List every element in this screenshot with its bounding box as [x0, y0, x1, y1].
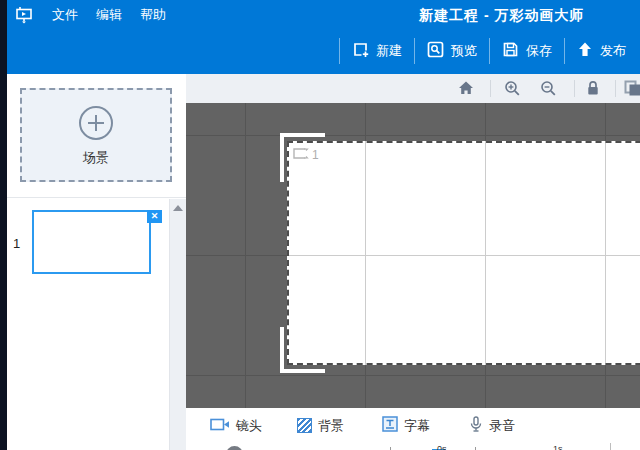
scroll-up-icon[interactable] [173, 205, 183, 211]
camera-viewport-icon [293, 148, 309, 162]
save-icon [502, 41, 519, 61]
canvas-panel: 1 镜头 背景 [186, 74, 640, 450]
microphone-icon [469, 416, 483, 436]
background-hatch-icon [297, 418, 312, 433]
canvas-toolbar-separator [574, 80, 575, 97]
scene-list: 1 ✕ [7, 199, 169, 450]
scene-sidebar: 场景 1 ✕ [7, 74, 186, 450]
background-tool-button[interactable]: 背景 [297, 408, 344, 443]
copy-icon[interactable] [624, 80, 640, 100]
preview-icon [427, 41, 444, 61]
main-toolbar: 新建 预览 [7, 28, 640, 74]
preview-label: 预览 [451, 42, 477, 60]
save-button[interactable]: 保存 [490, 28, 564, 74]
stage[interactable]: 1 [287, 141, 640, 365]
background-tool-label: 背景 [318, 417, 344, 435]
canvas-toolbar-separator [490, 80, 491, 97]
publish-label: 发布 [600, 42, 626, 60]
canvas-toolbar-separator [615, 80, 616, 97]
title-bar: 文件 编辑 帮助 新建工程 - 万彩动画大师 新建 [7, 0, 640, 74]
timeline-tick-label: 0s [437, 444, 447, 450]
new-document-icon [352, 41, 369, 61]
scene-thumbnail[interactable]: ✕ [32, 210, 151, 274]
timeline-camera-button[interactable] [226, 446, 243, 450]
zoom-out-icon[interactable] [540, 80, 557, 101]
bottom-toolbar: 镜头 背景 字幕 [186, 408, 640, 443]
subtitle-icon [382, 416, 398, 435]
zoom-in-icon[interactable] [504, 80, 521, 101]
app-logo-icon [15, 6, 33, 24]
camera-tool-label: 镜头 [236, 417, 262, 435]
menu-bar: 文件 编辑 帮助 [15, 3, 175, 27]
lock-icon[interactable] [586, 80, 600, 100]
record-tool-label: 录音 [489, 417, 515, 435]
new-project-label: 新建 [376, 42, 402, 60]
timeline-divider [610, 443, 611, 450]
canvas-toolbar [186, 74, 640, 103]
subtitle-tool-label: 字幕 [404, 417, 430, 435]
save-label: 保存 [526, 42, 552, 60]
new-project-button[interactable]: 新建 [340, 28, 414, 74]
subtitle-tool-button[interactable]: 字幕 [382, 408, 430, 443]
timeline-tick-label: 1s [553, 444, 563, 450]
close-icon[interactable]: ✕ [147, 210, 162, 223]
scene-number: 1 [13, 236, 20, 251]
record-tool-button[interactable]: 录音 [469, 408, 515, 443]
menu-edit[interactable]: 编辑 [87, 3, 131, 27]
camera-tool-button[interactable]: 镜头 [210, 408, 262, 443]
scene-add-zone: 场景 [7, 74, 186, 198]
publish-arrow-icon [577, 41, 593, 61]
camera-icon [210, 417, 230, 435]
preview-button[interactable]: 预览 [415, 28, 489, 74]
menu-help[interactable]: 帮助 [131, 3, 175, 27]
menu-file[interactable]: 文件 [43, 3, 87, 27]
publish-button[interactable]: 发布 [565, 28, 638, 74]
canvas-workspace[interactable]: 1 [186, 103, 640, 408]
scene-list-scrollbar[interactable] [169, 199, 186, 450]
add-scene-button[interactable]: 场景 [20, 88, 172, 182]
app-window: 文件 编辑 帮助 新建工程 - 万彩动画大师 新建 [7, 0, 640, 450]
timeline-ruler[interactable]: 0s 1s [186, 443, 640, 450]
window-title: 新建工程 - 万彩动画大师 [419, 7, 584, 25]
camera-number: 1 [312, 148, 319, 162]
camera-badge: 1 [293, 148, 319, 162]
add-scene-label: 场景 [83, 149, 109, 167]
circle-plus-icon [77, 104, 115, 146]
home-icon[interactable] [458, 80, 474, 100]
